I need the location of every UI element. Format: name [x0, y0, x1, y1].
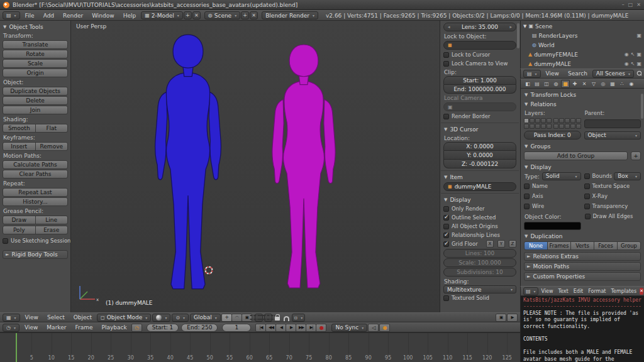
layer-cell[interactable] [524, 124, 529, 129]
axis-checkbox[interactable]: Axis [524, 192, 581, 200]
panel-header-motion-paths[interactable]: ►Motion Paths [524, 262, 641, 271]
cursor-z-field[interactable]: Z: -0.000122 [443, 160, 516, 168]
menu-file[interactable]: File [21, 12, 38, 19]
jump-to-start-button[interactable]: |◀ [255, 324, 266, 332]
grease-erase-button[interactable]: Erase [35, 226, 69, 234]
lock-to-cursor-checkbox[interactable]: Lock to Cursor [443, 50, 516, 59]
bounds-type-select[interactable]: Box▾ [614, 172, 641, 180]
layer-cell[interactable] [576, 118, 581, 123]
duplication-none-button[interactable]: None [524, 241, 548, 250]
editor-type-info-button[interactable]: ▤▾ [3, 11, 20, 19]
text-editor-body[interactable]: KatsBits/jazzKats IMVU accessory helper-… [520, 296, 644, 362]
tab-constraints-icon[interactable]: ✚ [570, 80, 579, 88]
cursor-x-field[interactable]: X: 0.0000 [443, 142, 516, 151]
tab-particles-icon[interactable]: ∴ [618, 80, 626, 88]
layer-cell[interactable] [270, 319, 274, 320]
speaker-icon[interactable]: ◁ [368, 324, 379, 332]
duplication-verts-button[interactable]: Verts [570, 241, 594, 250]
lock-to-object-field[interactable]: ■ [443, 41, 516, 50]
add-scene-button[interactable]: + [241, 11, 249, 19]
renderability-camera-icon[interactable]: ▣ [636, 61, 641, 67]
tab-render-layers-icon[interactable]: ▤ [533, 80, 541, 88]
maximize-icon[interactable]: □ [628, 2, 633, 8]
minimize-icon[interactable]: – [622, 2, 625, 8]
outliner-row-scene[interactable]: ▼ ▣ Scene [522, 21, 643, 31]
snap-magnet-icon[interactable] [284, 316, 289, 321]
layer-cell[interactable] [524, 118, 529, 123]
mode-select[interactable]: ◻Object Mode▾ [97, 314, 151, 322]
visibility-eye-icon[interactable]: ◉ [625, 52, 629, 57]
layer-cell[interactable] [263, 315, 266, 316]
jump-to-end-button[interactable]: ▶| [306, 324, 316, 332]
jump-prev-keyframe-button[interactable]: ◀◀ [265, 324, 276, 332]
lens-slider[interactable]: ◂Lens: 35.000▸ [443, 23, 516, 31]
tab-scene-icon[interactable]: ◫ [542, 80, 551, 88]
editor-type-timeline-button[interactable]: ◷▾ [3, 324, 19, 332]
editor-type-view3d-button[interactable]: ▦▾ [3, 314, 20, 322]
origin-button[interactable]: Origin [3, 69, 68, 77]
close-icon[interactable]: ✕ [636, 2, 641, 8]
outliner-row-dummymale[interactable]: ▲ dummyMALE ◉ ↖ ▣ [522, 59, 643, 69]
calculate-paths-button[interactable]: Calculate Paths [3, 160, 68, 169]
lock-icon[interactable] [275, 317, 280, 321]
duplication-group-button[interactable]: Group [617, 241, 641, 250]
name-checkbox[interactable]: Name [524, 182, 581, 190]
texture-space-checkbox[interactable]: Texture Space [584, 182, 641, 190]
camera-icon[interactable]: ▣ [636, 33, 641, 38]
menu-view[interactable]: View [542, 70, 563, 77]
duplicate-objects-button[interactable]: Duplicate Objects [3, 87, 68, 96]
sync-mode-select[interactable]: No Sync▾ [331, 324, 367, 332]
parent-type-select[interactable]: Object▾ [584, 131, 641, 140]
current-frame-field[interactable]: 1 [222, 324, 251, 332]
wire-checkbox[interactable]: Wire [524, 202, 581, 211]
all-object-origins-checkbox[interactable]: All Object Origins [443, 222, 516, 231]
outliner-filter-select[interactable]: All Scenes▾ [592, 70, 634, 78]
scene-select[interactable]: ◍Scene▾ [204, 11, 240, 19]
scrollbar[interactable] [641, 94, 643, 119]
panel-header-3d-cursor[interactable]: ▼3D Cursor [443, 124, 516, 134]
layer-cell[interactable] [259, 319, 262, 320]
relationship-lines-checkbox[interactable]: Relationship Lines [443, 231, 516, 239]
layer-cell[interactable] [259, 315, 262, 316]
panel-header-custom-properties[interactable]: ►Custom Properties [524, 272, 641, 281]
layer-cell[interactable] [250, 319, 253, 320]
layer-cell[interactable] [553, 124, 558, 129]
draw-type-select[interactable]: Solid▾ [542, 172, 581, 180]
duplication-faces-button[interactable]: Faces [594, 241, 618, 250]
clip-end-field[interactable]: End: 1000000.000 [443, 85, 516, 94]
selectability-cursor-icon[interactable]: ↖ [631, 61, 635, 67]
male-avatar-mesh[interactable] [131, 32, 245, 293]
layer-cell[interactable] [553, 118, 558, 123]
add-to-group-button[interactable]: Add to Group [524, 151, 628, 160]
layer-cell[interactable] [565, 124, 570, 129]
clear-paths-button[interactable]: Clear Paths [3, 170, 68, 178]
layer-cell[interactable] [530, 118, 535, 123]
renderability-camera-icon[interactable]: ▣ [636, 52, 641, 57]
grease-draw-button[interactable]: Draw [3, 216, 36, 224]
menu-templates[interactable]: Templates [609, 288, 638, 295]
menu-playback[interactable]: Playback [98, 324, 131, 331]
layer-cell[interactable] [253, 319, 257, 320]
panel-header-relations[interactable]: ▼Relations [524, 99, 641, 109]
render-border-checkbox[interactable]: Render Border [443, 112, 516, 121]
menu-search[interactable]: Search [564, 70, 591, 77]
menu-render[interactable]: Render [59, 12, 87, 19]
frame-start-field[interactable]: Start: 1 [147, 324, 179, 332]
layer-cell[interactable] [253, 315, 257, 316]
layer-cell[interactable] [565, 118, 570, 123]
play-reverse-button[interactable]: ◀ [275, 324, 286, 332]
panel-header-duplication[interactable]: ▼Duplication [524, 231, 641, 241]
grid-axis-z-button[interactable]: Z [509, 240, 516, 248]
snap-element-select[interactable]: ▫▾ [292, 314, 305, 322]
layer-cell[interactable] [541, 118, 546, 123]
pass-index-field[interactable]: Pass Index: 0 [524, 131, 581, 140]
layer-cell[interactable] [559, 124, 564, 129]
tab-world-icon[interactable]: ◍ [552, 80, 560, 88]
pivot-point-select[interactable]: ⊙▾ [172, 314, 189, 322]
scale-button[interactable]: Scale [3, 59, 68, 68]
layer-cell[interactable] [547, 118, 552, 123]
editor-type-outliner-button[interactable]: ▤▾ [523, 70, 541, 78]
layer-cell[interactable] [559, 118, 564, 123]
layer-cell[interactable] [576, 124, 581, 129]
translate-button[interactable]: Translate [3, 40, 68, 49]
